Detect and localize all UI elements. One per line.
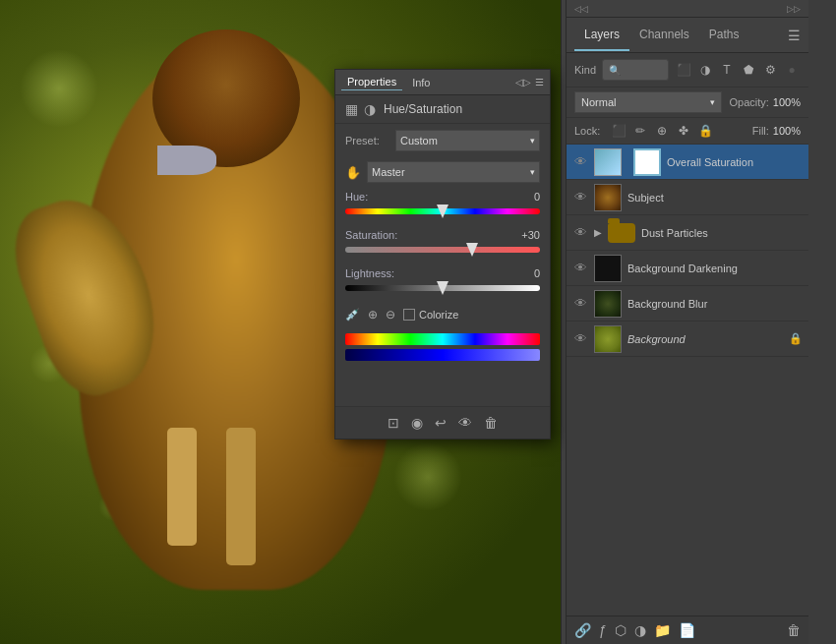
layer-folder-icon bbox=[608, 223, 635, 243]
layer-visibility-icon[interactable]: 👁 bbox=[572, 154, 588, 169]
hand-tool-icon[interactable]: ✋ bbox=[345, 165, 361, 180]
lock-artboard-icon[interactable]: ⊕ bbox=[653, 122, 671, 140]
link-layers-icon[interactable]: 🔗 bbox=[574, 622, 591, 638]
eyedropper-plus-icon[interactable]: ⊕ bbox=[368, 308, 378, 322]
blend-chevron-icon: ▾ bbox=[710, 97, 715, 107]
lock-label: Lock: bbox=[574, 125, 604, 137]
layer-item[interactable]: 👁 ▶ Dust Particles bbox=[567, 215, 808, 251]
preset-label: Preset: bbox=[345, 135, 389, 146]
spectrum-rainbow-bar bbox=[345, 333, 540, 345]
layer-name: Background bbox=[627, 333, 783, 345]
toolbar-arrow-icon[interactable]: ▶ bbox=[566, 33, 567, 53]
filter-pixel-icon[interactable]: ⬛ bbox=[675, 61, 692, 79]
panel-menu-icon[interactable]: ☰ bbox=[788, 28, 801, 43]
search-tools: ⬛ ◑ T ⬟ ⚙ ● bbox=[675, 61, 801, 79]
lock-move-icon[interactable]: ✤ bbox=[675, 122, 692, 140]
search-box[interactable]: 🔍 bbox=[602, 59, 669, 81]
saturation-value: +30 bbox=[521, 229, 540, 241]
tab-layers[interactable]: Layers bbox=[574, 20, 629, 51]
tab-channels[interactable]: Channels bbox=[629, 20, 699, 51]
toolbar-transfer-icon[interactable]: ⇄ bbox=[566, 95, 567, 115]
toolbar-icon-1[interactable]: ◈ bbox=[566, 8, 567, 28]
eye-alt-icon[interactable]: 👁 bbox=[458, 415, 472, 431]
props-tab-info[interactable]: Info bbox=[406, 75, 436, 90]
left-toolbar: ◈ ▶ ℹ ⇄ bbox=[561, 0, 566, 644]
panel-collapse-left[interactable]: ◁◁ bbox=[574, 4, 588, 14]
eyedropper-tools: 💉 ⊕ ⊖ bbox=[345, 308, 395, 322]
layer-visibility-icon[interactable]: 👁 bbox=[572, 296, 588, 311]
fill-row: Fill: 100% bbox=[752, 125, 801, 137]
colorize-label: Colorize bbox=[419, 309, 458, 321]
clip-icon[interactable]: ⊡ bbox=[388, 415, 399, 431]
filter-adjust-icon[interactable]: ◑ bbox=[696, 61, 714, 79]
eyedropper-minus-icon[interactable]: ⊖ bbox=[386, 308, 395, 322]
saturation-slider-track[interactable] bbox=[345, 244, 540, 256]
layer-visibility-icon[interactable]: 👁 bbox=[572, 225, 588, 240]
duck-beak bbox=[157, 146, 216, 175]
filter-text-icon[interactable]: T bbox=[718, 61, 736, 79]
hue-label: Hue: bbox=[345, 191, 368, 203]
right-panel: ◁◁ ▷▷ Layers Channels Paths ☰ Kind 🔍 ⬛ ◑… bbox=[566, 0, 808, 644]
layer-item[interactable]: 👁 Background Darkening bbox=[567, 251, 808, 286]
layer-visibility-icon[interactable]: 👁 bbox=[572, 190, 588, 205]
layer-item[interactable]: 👁 Subject bbox=[567, 180, 808, 215]
filter-toggle[interactable]: ● bbox=[783, 61, 801, 79]
lock-all-icon[interactable]: 🔒 bbox=[696, 122, 714, 140]
panel-bottom-toolbar: ⊡ ◉ ↩ 👁 🗑 bbox=[335, 406, 550, 439]
panel-title-text: Hue/Saturation bbox=[384, 102, 462, 116]
layer-name: Background Darkening bbox=[627, 263, 803, 274]
toolbar-info-icon[interactable]: ℹ bbox=[566, 70, 567, 89]
visibility-toggle-icon[interactable]: ◉ bbox=[411, 415, 423, 431]
filter-smart-icon[interactable]: ⚙ bbox=[761, 61, 779, 79]
lightness-slider-track[interactable] bbox=[345, 282, 540, 294]
props-expand-icon[interactable]: ◁▷ bbox=[515, 77, 531, 88]
duck-leg-left bbox=[167, 428, 197, 546]
preset-chevron-icon: ▾ bbox=[530, 136, 535, 146]
layer-visibility-icon[interactable]: 👁 bbox=[572, 331, 588, 346]
hue-slider-track[interactable] bbox=[345, 205, 540, 217]
undo-icon[interactable]: ↩ bbox=[435, 415, 447, 431]
panel-grid-icon[interactable]: ▦ bbox=[345, 101, 358, 117]
lightness-slider-row: Lightness: 0 bbox=[335, 263, 550, 302]
lightness-label: Lightness: bbox=[345, 267, 394, 279]
delete-icon[interactable]: 🗑 bbox=[484, 415, 498, 431]
layer-item[interactable]: 👁 Background 🔒 bbox=[567, 322, 808, 357]
channel-dropdown[interactable]: Master ▾ bbox=[367, 161, 540, 183]
delete-layer-icon[interactable]: 🗑 bbox=[787, 622, 801, 638]
new-group-icon[interactable]: 📁 bbox=[654, 622, 671, 638]
blend-mode-value: Normal bbox=[581, 96, 616, 108]
layer-item[interactable]: 👁 Overall Saturation bbox=[567, 145, 808, 180]
lock-gradient-icon[interactable]: ✏ bbox=[631, 122, 649, 140]
adjustment-icon[interactable]: ◑ bbox=[634, 622, 646, 638]
blend-dropdown[interactable]: Normal ▾ bbox=[574, 91, 722, 113]
layer-thumbnail bbox=[594, 255, 622, 282]
eyedropper-icon[interactable]: 💉 bbox=[345, 308, 360, 322]
opacity-value[interactable]: 100% bbox=[773, 96, 801, 108]
search-icon: 🔍 bbox=[609, 65, 621, 76]
lock-icons: ⬛ ✏ ⊕ ✤ 🔒 bbox=[610, 122, 714, 140]
filter-shape-icon[interactable]: ⬟ bbox=[740, 61, 757, 79]
tab-paths[interactable]: Paths bbox=[699, 20, 749, 51]
colorize-checkbox[interactable] bbox=[403, 309, 415, 321]
preset-dropdown[interactable]: Custom ▾ bbox=[395, 130, 540, 151]
panel-collapse-right[interactable]: ▷▷ bbox=[787, 4, 801, 14]
fill-value[interactable]: 100% bbox=[773, 125, 801, 137]
layer-visibility-icon[interactable]: 👁 bbox=[572, 261, 588, 275]
props-header: Properties Info ◁▷ ☰ bbox=[335, 70, 550, 95]
layer-item[interactable]: 👁 Background Blur bbox=[567, 286, 808, 322]
add-style-icon[interactable]: ƒ bbox=[599, 622, 607, 638]
panel-circle-icon[interactable]: ◑ bbox=[364, 101, 376, 117]
props-tab-properties[interactable]: Properties bbox=[341, 74, 402, 90]
saturation-label: Saturation: bbox=[345, 229, 397, 241]
layer-name: Overall Saturation bbox=[667, 156, 803, 168]
layer-thumbnail bbox=[594, 184, 622, 211]
layer-name: Dust Particles bbox=[641, 227, 803, 239]
add-mask-icon[interactable]: ⬡ bbox=[615, 622, 627, 638]
group-arrow-icon[interactable]: ▶ bbox=[594, 227, 602, 238]
new-layer-icon[interactable]: 📄 bbox=[679, 622, 695, 638]
props-menu-icon[interactable]: ☰ bbox=[535, 77, 544, 88]
colorize-checkbox-row[interactable]: Colorize bbox=[403, 309, 458, 321]
hue-value: 0 bbox=[534, 191, 540, 203]
fill-label: Fill: bbox=[752, 125, 769, 137]
lock-pixel-icon[interactable]: ⬛ bbox=[610, 122, 627, 140]
